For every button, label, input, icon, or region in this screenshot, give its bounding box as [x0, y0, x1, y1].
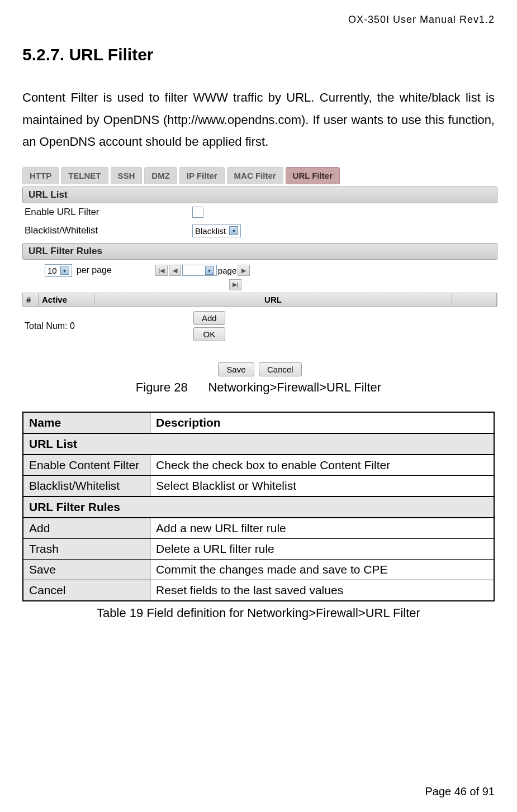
section-number: 5.2.7.: [22, 45, 64, 64]
tab-ip-filter[interactable]: IP Filter: [179, 167, 225, 184]
cancel-button[interactable]: Cancel: [259, 362, 302, 376]
col-active: Active: [39, 293, 94, 306]
cell-name: Cancel: [23, 580, 150, 601]
pager-first-icon[interactable]: |◀: [155, 265, 168, 276]
table-row: Save Commit the changes made and save to…: [23, 559, 494, 580]
section-title: URL Filiter: [69, 45, 153, 64]
table-row: Trash Delete a URL filter rule: [23, 538, 494, 559]
pager-next-icon[interactable]: ▶: [238, 265, 250, 276]
tab-telnet[interactable]: TELNET: [61, 167, 108, 184]
page-label: page: [218, 266, 236, 275]
cell-name: Add: [23, 518, 150, 539]
url-filter-rules-bar: URL Filter Rules: [22, 243, 497, 260]
definition-table: Name Description URL List Enable Content…: [22, 412, 495, 601]
table-row: Enable Content Filter Check the check bo…: [23, 455, 494, 476]
pager-prev-icon[interactable]: ◀: [169, 265, 181, 276]
blacklist-whitelist-row: Blacklist/Whitelist Blacklist ▾: [22, 221, 497, 241]
tab-dmz[interactable]: DMZ: [144, 167, 177, 184]
tab-ssh[interactable]: SSH: [111, 167, 143, 184]
page-select[interactable]: ▾: [182, 265, 217, 276]
table-caption: Table 19 Field definition for Networking…: [22, 606, 495, 620]
add-button[interactable]: Add: [193, 311, 225, 325]
section-url-filter-rules: URL Filter Rules: [23, 496, 494, 518]
tab-http[interactable]: HTTP: [22, 167, 59, 184]
col-actions: [452, 293, 497, 306]
chevron-down-icon: ▾: [229, 226, 238, 235]
table-row: Add Add a new URL filter rule: [23, 518, 494, 539]
th-name: Name: [23, 412, 150, 433]
cell-name: Save: [23, 559, 150, 580]
section-heading: 5.2.7. URL Filiter: [22, 45, 495, 64]
chevron-down-icon: ▾: [60, 266, 69, 275]
per-page-select[interactable]: 10 ▾: [45, 264, 72, 277]
firewall-screenshot: HTTP TELNET SSH DMZ IP Filter MAC Filter…: [22, 167, 497, 375]
rules-grid-header: # Active URL: [22, 293, 497, 307]
cell-desc: Delete a URL filter rule: [150, 538, 494, 559]
doc-header: OX-350I User Manual Rev1.2: [22, 14, 495, 26]
figure-text: Networking>Firewall>URL Filter: [208, 380, 381, 394]
intro-paragraph: Content Filter is used to filter WWW tra…: [22, 87, 495, 153]
blacklist-whitelist-select[interactable]: Blacklist ▾: [192, 225, 241, 237]
enable-url-filter-label: Enable URL Filter: [25, 207, 192, 218]
ok-button[interactable]: OK: [193, 327, 225, 341]
th-description: Description: [150, 412, 494, 433]
table-row: Cancel Reset fields to the last saved va…: [23, 580, 494, 601]
total-num-label: Total Num: 0: [25, 321, 192, 331]
per-page-suffix: per page: [77, 265, 112, 275]
table-row: Blacklist/Whitelist Select Blacklist or …: [23, 475, 494, 496]
section-url-list: URL List: [23, 433, 494, 455]
pager-controls: |◀ ◀ ▾ page ▶: [155, 265, 250, 276]
grid-footer-row: Total Num: 0 Add OK: [22, 307, 497, 342]
col-hash: #: [23, 293, 39, 306]
chevron-down-icon: ▾: [205, 266, 214, 275]
blacklist-whitelist-value: Blacklist: [195, 226, 226, 236]
pager-row: 10 ▾ per page |◀ ◀ ▾ page ▶: [22, 260, 497, 279]
enable-url-filter-row: Enable URL Filter: [22, 203, 497, 221]
enable-url-filter-checkbox[interactable]: [192, 207, 203, 218]
save-cancel-row: Save Cancel: [22, 365, 497, 375]
pager-row-2: ▶|: [22, 279, 497, 290]
cell-name: Trash: [23, 538, 150, 559]
cell-desc: Commit the changes made and save to CPE: [150, 559, 494, 580]
cell-desc: Add a new URL filter rule: [150, 518, 494, 539]
tab-mac-filter[interactable]: MAC Filter: [227, 167, 283, 184]
url-list-bar: URL List: [22, 187, 497, 203]
pager-last-icon[interactable]: ▶|: [229, 279, 241, 290]
figure-number: Figure 28: [136, 380, 188, 394]
col-url: URL: [94, 293, 452, 306]
tab-url-filter[interactable]: URL Filter: [286, 167, 340, 184]
cell-desc: Reset fields to the last saved values: [150, 580, 494, 601]
tabs-row: HTTP TELNET SSH DMZ IP Filter MAC Filter…: [22, 167, 497, 184]
cell-desc: Select Blacklist or Whitelist: [150, 475, 494, 496]
save-button[interactable]: Save: [218, 362, 254, 376]
cell-name: Enable Content Filter: [23, 455, 150, 476]
cell-desc: Check the check box to enable Content Fi…: [150, 455, 494, 476]
per-page-value: 10: [48, 266, 57, 275]
cell-name: Blacklist/Whitelist: [23, 475, 150, 496]
figure-caption: Figure 28 Networking>Firewall>URL Filter: [22, 380, 495, 395]
blacklist-whitelist-label: Blacklist/Whitelist: [25, 225, 192, 236]
page-footer: Page 46 of 91: [425, 785, 495, 798]
